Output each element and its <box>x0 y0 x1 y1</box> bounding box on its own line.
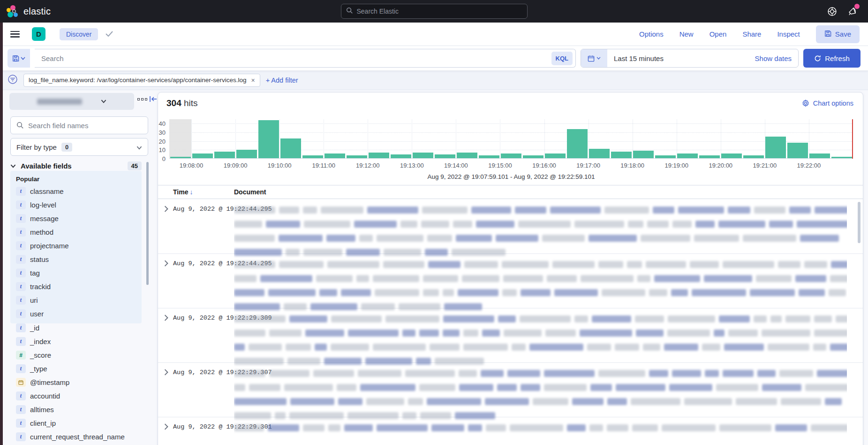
filter-pill[interactable]: log_file_name.keyword: /var/log/containe… <box>23 74 260 87</box>
redacted-text-chip <box>757 370 776 377</box>
expand-row-icon[interactable] <box>164 423 169 432</box>
boxes-horizontal-icon[interactable] <box>137 98 147 100</box>
sidebar-scrollbar[interactable] <box>146 162 149 285</box>
nav-link-open[interactable]: Open <box>709 30 727 38</box>
redacted-text-chip <box>817 370 847 377</box>
popular-field-method[interactable]: tmethod <box>10 225 142 239</box>
field-search-input[interactable]: Search field names <box>10 116 148 134</box>
field-_score[interactable]: #_score <box>10 348 142 362</box>
chart-options-button[interactable]: Chart options <box>802 100 853 107</box>
add-filter-button[interactable]: + Add filter <box>266 77 298 84</box>
available-fields-header[interactable]: Available fields 45 <box>10 161 148 170</box>
show-dates-button[interactable]: Show dates <box>755 54 798 62</box>
document-table-row[interactable]: Aug 9, 2022 @ 19:22:44.295 <box>158 254 863 308</box>
redacted-text-chip <box>581 275 634 282</box>
x-axis-tick-label: 19:14:00 <box>444 162 468 169</box>
document-table-row[interactable]: Aug 9, 2022 @ 19:22:29.307 <box>158 363 863 417</box>
breadcrumb-discover[interactable]: Discover <box>60 28 98 40</box>
save-button[interactable]: Save <box>816 25 860 43</box>
histogram-bar-19:16:30[interactable] <box>567 129 588 159</box>
time-range-value[interactable]: Last 15 minutes <box>607 54 755 62</box>
histogram-bar-19:17:30[interactable] <box>611 152 632 159</box>
remove-filter-icon[interactable]: × <box>251 77 255 84</box>
histogram-bar-19:17:00[interactable] <box>589 149 610 159</box>
nav-link-share[interactable]: Share <box>742 30 761 38</box>
nav-link-new[interactable]: New <box>679 30 694 38</box>
redacted-text-chip <box>743 235 796 242</box>
redacted-text-chip <box>635 315 664 322</box>
help-icon[interactable] <box>827 7 837 16</box>
index-pattern-switcher[interactable] <box>9 93 134 110</box>
kql-search-input[interactable]: Search KQL <box>35 49 576 68</box>
document-table-row[interactable]: Aug 9, 2022 @ 19:22:29.309 <box>158 308 863 363</box>
filter-menu-icon[interactable] <box>8 74 18 86</box>
popular-field-tag[interactable]: ttag <box>10 266 142 280</box>
search-input-placeholder: Search <box>41 54 551 62</box>
x-axis-tick-label: 19:17:00 <box>576 162 600 169</box>
text-field-type-icon: t <box>16 419 26 428</box>
popular-field-trackid[interactable]: ttrackid <box>10 280 142 293</box>
documents-scrollbar[interactable] <box>858 202 860 243</box>
menu-icon[interactable] <box>10 31 20 38</box>
document-table-row[interactable]: Aug 9, 2022 @ 19:22:29.301 <box>158 417 863 445</box>
histogram-bar-19:10:00[interactable] <box>280 138 301 159</box>
histogram-bar-19:21:30[interactable] <box>787 143 808 159</box>
popular-field-message[interactable]: tmessage <box>10 212 142 225</box>
date-quick-select-button[interactable] <box>581 49 607 67</box>
field-current_request_thread_name[interactable]: tcurrent_request_thread_name <box>10 430 142 444</box>
newsfeed-icon[interactable] <box>847 6 858 16</box>
filter-by-type-select[interactable]: Filter by type 0 <box>10 138 148 156</box>
expand-row-icon[interactable] <box>164 369 169 377</box>
redacted-text-chip <box>512 344 526 351</box>
collapse-sidebar-icon[interactable] <box>149 95 158 105</box>
redacted-text-chip <box>234 424 264 431</box>
field-_index[interactable]: t_index <box>10 335 142 348</box>
nav-link-inspect[interactable]: Inspect <box>777 30 800 38</box>
saved-query-menu-button[interactable] <box>8 49 30 68</box>
histogram-bar-19:18:00[interactable] <box>633 151 654 159</box>
popular-field-projectname[interactable]: tprojectname <box>10 239 142 253</box>
redacted-text-chip <box>319 289 337 296</box>
expand-row-icon[interactable] <box>164 260 169 269</box>
redacted-text-chip <box>554 289 598 296</box>
popular-fields-section: Popular tclassnametlog-leveltmessagetmet… <box>10 171 142 323</box>
refresh-button[interactable]: Refresh <box>803 49 860 68</box>
query-language-button[interactable]: KQL <box>551 52 573 65</box>
popular-field-status[interactable]: tstatus <box>10 253 142 266</box>
field-accountid[interactable]: taccountid <box>10 389 142 403</box>
document-table-row[interactable]: Aug 9, 2022 @ 19:22:44.295 <box>158 199 863 254</box>
text-field-type-icon: t <box>16 214 26 223</box>
sort-desc-icon[interactable]: ↓ <box>189 188 193 196</box>
field-_type[interactable]: t_type <box>10 362 142 376</box>
expand-row-icon[interactable] <box>164 206 169 214</box>
redacted-text-chip <box>249 344 282 351</box>
redacted-text-chip <box>632 424 658 431</box>
redacted-text-chip <box>607 424 628 431</box>
popular-field-user[interactable]: tuser <box>10 307 142 321</box>
histogram-bar-19:09:00[interactable] <box>236 150 257 159</box>
popular-field-uri[interactable]: turi <box>10 293 142 307</box>
space-avatar[interactable]: D <box>32 27 45 41</box>
redacted-text-chip <box>830 275 847 282</box>
redacted-text-chip <box>497 384 517 391</box>
redacted-text-chip <box>427 398 481 405</box>
popular-field-classname[interactable]: tclassname <box>10 184 142 198</box>
global-search-input[interactable]: Search Elastic <box>341 4 528 19</box>
field-@timestamp[interactable]: @timestamp <box>10 376 142 389</box>
time-column-header[interactable]: Time↓ <box>173 188 193 196</box>
y-axis-tick-label: 20 <box>159 138 166 145</box>
field-alltimes[interactable]: talltimes <box>10 403 142 416</box>
y-axis-tick-label: 0 <box>162 155 166 162</box>
document-column-header: Document <box>234 188 266 196</box>
redacted-text-chip <box>375 289 419 296</box>
histogram-bar-19:09:30[interactable] <box>258 120 279 159</box>
hits-histogram[interactable]: 010203040 <box>169 119 853 159</box>
nav-link-options[interactable]: Options <box>639 30 664 38</box>
histogram-bar-19:08:30[interactable] <box>214 152 235 159</box>
expand-row-icon[interactable] <box>164 315 169 323</box>
popular-field-log-level[interactable]: tlog-level <box>10 198 142 212</box>
field-client_ip[interactable]: tclient_ip <box>10 416 142 430</box>
field-search-placeholder: Search field names <box>28 122 88 130</box>
histogram-bar-19:21:00[interactable] <box>765 137 786 159</box>
field-_id[interactable]: t_id <box>10 321 142 335</box>
